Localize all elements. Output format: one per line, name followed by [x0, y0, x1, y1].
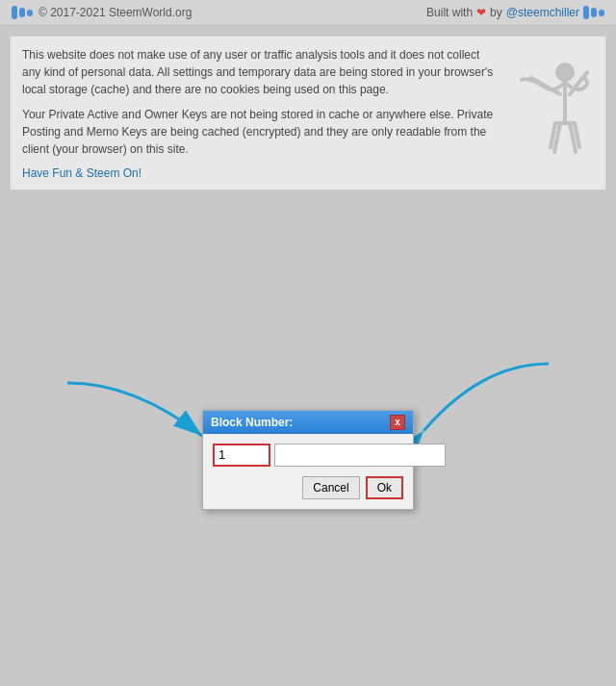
svg-point-0: [555, 63, 575, 82]
ok-button[interactable]: Ok: [366, 476, 403, 499]
silhouette-image: [507, 46, 594, 180]
heart-icon: ❤: [476, 6, 486, 19]
main-area: Block Number: x Cancel Ok: [0, 200, 616, 686]
dialog-input-row: [213, 444, 403, 467]
right-arrow: [404, 354, 558, 450]
author-link[interactable]: @steemchiller: [506, 6, 579, 19]
steem-logo: [12, 6, 33, 19]
dialog-buttons: Cancel Ok: [213, 476, 403, 499]
dialog-title: Block Number:: [211, 416, 293, 429]
block-number-dialog: Block Number: x Cancel Ok: [202, 410, 414, 510]
info-box: This website does not make use of any us…: [10, 36, 606, 191]
person-silhouette: [512, 61, 589, 166]
block-number-input2[interactable]: [274, 444, 446, 467]
header-bar: © 2017-2021 SteemWorld.org Built with ❤ …: [0, 0, 616, 26]
info-text-content: This website does not make use of any us…: [22, 46, 498, 180]
dialog-close-button[interactable]: x: [390, 415, 405, 430]
built-with-label: Built with: [426, 6, 473, 19]
dialog-titlebar: Block Number: x: [203, 411, 413, 434]
block-number-input[interactable]: [213, 444, 270, 467]
left-arrow: [58, 373, 212, 450]
copyright-text: © 2017-2021 SteemWorld.org: [38, 6, 192, 19]
dialog-body: Cancel Ok: [203, 434, 413, 509]
info-paragraph-2: Your Private Active and Owner Keys are n…: [22, 106, 498, 158]
header-right: Built with ❤ by @steemchiller: [426, 6, 604, 19]
header-left: © 2017-2021 SteemWorld.org: [12, 6, 192, 19]
cancel-button[interactable]: Cancel: [302, 476, 359, 499]
info-paragraph-1: This website does not make use of any us…: [22, 46, 498, 98]
by-label: by: [490, 6, 502, 19]
steem-logo-right: [583, 6, 604, 19]
svg-line-3: [531, 78, 560, 94]
tagline-link[interactable]: Have Fun & Steem On!: [22, 166, 141, 180]
